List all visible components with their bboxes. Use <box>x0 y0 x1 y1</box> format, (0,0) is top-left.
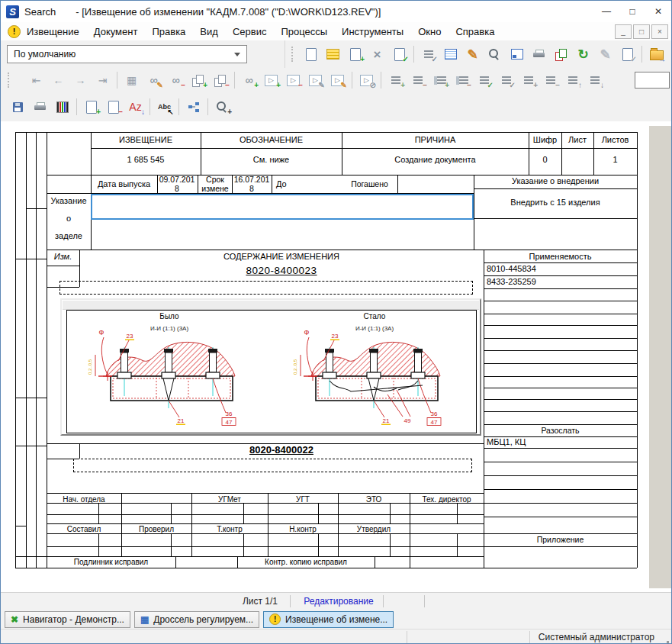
close-button[interactable]: ✕ <box>645 2 671 21</box>
document-form-icon[interactable] <box>439 44 461 64</box>
document1-number[interactable]: 8020-8400023 <box>79 266 484 275</box>
nav-next-icon[interactable]: → <box>69 70 92 90</box>
term-value[interactable]: 16.07.2018 <box>233 175 270 193</box>
find-add-icon[interactable]: ∞+ <box>238 70 260 90</box>
mdi-restore-button[interactable]: □ <box>633 24 650 39</box>
label-f: Ф <box>99 329 104 336</box>
form-line <box>457 503 458 523</box>
change-notice-tab[interactable]: !Извещение об измене... <box>263 611 394 628</box>
include-element-icon[interactable]: ✓ <box>473 70 495 90</box>
implementation-value[interactable]: Внедрить с 15 изделия <box>474 198 637 208</box>
sheets-value[interactable]: 1 <box>593 156 637 165</box>
move-down-icon[interactable]: ↓ <box>584 70 606 90</box>
nav-first-icon[interactable]: ⇤ <box>25 70 47 90</box>
print-document-icon[interactable] <box>29 97 51 117</box>
designation-value[interactable]: См. ниже <box>201 156 342 165</box>
issue-date-value[interactable]: 09.07.2018 <box>159 175 195 193</box>
menu-item-7[interactable]: Инструменты <box>342 26 404 37</box>
zoom-in-icon[interactable]: + <box>211 97 233 117</box>
archive-icon[interactable]: ▦ <box>121 70 143 90</box>
document2-number[interactable]: 8020-8400022 <box>79 446 484 455</box>
edit-document-disabled-icon[interactable]: ✎ <box>594 44 616 64</box>
maximize-button[interactable]: □ <box>619 2 645 21</box>
approval-dept-head: Нач. отдела <box>47 495 121 504</box>
process-remove-icon[interactable]: ▷− <box>282 70 304 90</box>
add-element-box-icon[interactable]: + <box>429 70 451 90</box>
code-value[interactable]: 0 <box>529 156 561 165</box>
minimize-button[interactable]: — <box>593 2 619 21</box>
sort-badge: ↓ <box>141 108 145 116</box>
add-element-icon[interactable]: + <box>384 70 407 90</box>
add-position-icon[interactable]: + <box>517 70 539 90</box>
search-icon[interactable] <box>484 44 506 64</box>
take-in-work-icon[interactable]: → <box>645 44 667 64</box>
print-icon[interactable] <box>528 44 550 64</box>
profile-selector[interactable]: По умолчанию <box>7 45 247 63</box>
notice-number[interactable]: 1 685 545 <box>91 156 201 165</box>
throttle-document-tab[interactable]: ▦Дроссель регулируем... <box>134 611 259 628</box>
apply-document-icon[interactable]: ✓ <box>388 44 410 64</box>
quick-input[interactable] <box>635 72 670 89</box>
new-version-icon[interactable]: + <box>344 44 366 64</box>
sort-icon[interactable]: Az↓ <box>124 97 146 117</box>
toolbar-separator <box>381 72 381 89</box>
menu-item-1[interactable]: Извещение <box>27 26 79 37</box>
nav-last-icon[interactable]: ⇥ <box>92 70 114 90</box>
active-cell[interactable] <box>91 194 474 220</box>
reason-value[interactable]: Создание документа <box>342 156 529 165</box>
delete-document-icon[interactable]: × <box>366 44 388 64</box>
toolbar-grip[interactable] <box>8 72 11 88</box>
remove-element-icon[interactable]: − <box>407 70 429 90</box>
selection-region-2[interactable] <box>73 459 472 472</box>
toolbar-grip[interactable] <box>291 47 295 62</box>
business-process-icon[interactable]: ↻ <box>572 44 594 64</box>
process-edit-icon[interactable]: ▷✎ <box>304 70 326 90</box>
menu-item-2[interactable]: Документ <box>94 26 138 37</box>
column-setup-icon[interactable] <box>51 97 73 117</box>
process-add-icon[interactable]: ▷+ <box>260 70 282 90</box>
selection-region-1[interactable] <box>59 281 473 295</box>
remove-position-icon[interactable]: − <box>539 70 561 90</box>
add-sheet-icon[interactable]: + <box>80 97 102 117</box>
save-icon[interactable] <box>7 97 29 117</box>
applicability-item[interactable]: 8433-235259 <box>487 278 632 287</box>
document-canvas[interactable]: ИЗВЕЩЕНИЕ 1 685 545 ОБОЗНАЧЕНИЕ См. ниже… <box>1 121 672 592</box>
copy-documents-icon[interactable] <box>550 44 572 64</box>
process-block-icon[interactable]: ▷⊘ <box>355 70 378 90</box>
resize-grip[interactable] <box>667 641 669 643</box>
mode-indicator[interactable]: Редактирование <box>295 596 382 607</box>
exclude-element-icon[interactable]: ✓ <box>495 70 517 90</box>
preview-icon[interactable] <box>506 44 528 64</box>
application-window: S Search - [Извещение об изменении "КАДМ… <box>0 0 672 644</box>
document-card-icon[interactable] <box>322 44 344 64</box>
applicability-item[interactable]: 8010-445834 <box>487 265 632 274</box>
find-remove-icon[interactable]: ∞− <box>165 70 187 90</box>
tree-view-icon[interactable] <box>182 97 204 117</box>
dispatch-value[interactable]: МБЦ1, КЦ <box>487 438 632 447</box>
menu-item-4[interactable]: Вид <box>200 26 218 37</box>
remove-element-box-icon[interactable]: − <box>451 70 473 90</box>
menu-item-3[interactable]: Правка <box>152 26 185 37</box>
remove-sheet-icon[interactable]: − <box>102 97 124 117</box>
copy-add-icon[interactable]: + <box>187 70 209 90</box>
menu-item-8[interactable]: Окно <box>418 26 441 37</box>
mdi-minimize-button[interactable]: _ <box>615 24 632 39</box>
apply-list-icon[interactable]: ✓ <box>417 44 439 64</box>
new-document-icon[interactable] <box>300 44 322 64</box>
form-line <box>484 489 637 490</box>
apply-document-disabled-icon[interactable]: ✓ <box>616 44 638 64</box>
edit-document-icon[interactable]: ✎ <box>461 44 484 64</box>
menu-item-6[interactable]: Процессы <box>281 26 327 37</box>
move-up-icon[interactable]: ↑ <box>561 70 584 90</box>
find-text-badge: ↖ <box>168 108 174 116</box>
navigator-tab[interactable]: ✖Навигатор - Демонстр... <box>5 611 130 628</box>
copy-remove-icon[interactable]: − <box>209 70 231 90</box>
process-sign-icon[interactable]: ▷✎ <box>326 70 349 90</box>
menu-item-5[interactable]: Сервис <box>233 26 267 37</box>
find-text-icon[interactable]: Abc↖ <box>153 97 175 117</box>
mdi-close-button[interactable]: × <box>651 24 668 39</box>
menu-item-9[interactable]: Справка <box>455 26 494 37</box>
statusbar-separator <box>407 631 407 644</box>
nav-prev-icon[interactable]: ← <box>47 70 69 90</box>
find-edit-icon[interactable]: ∞✎ <box>143 70 165 90</box>
